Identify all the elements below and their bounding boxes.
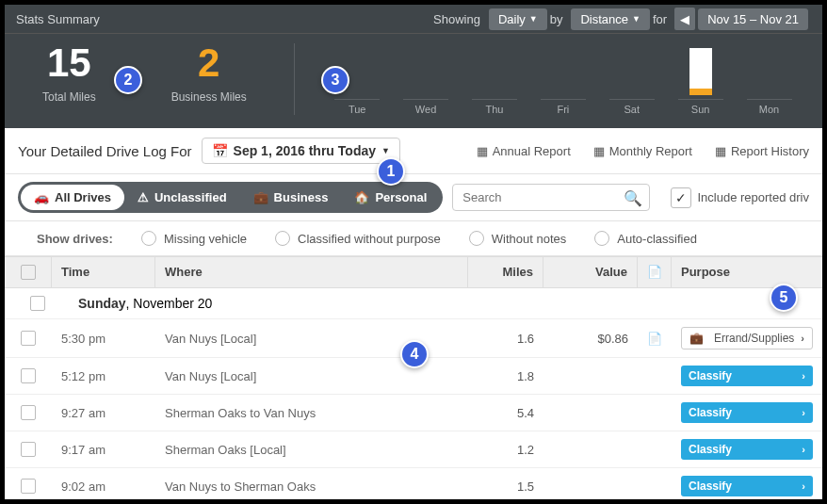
search-input[interactable] [452, 184, 650, 211]
callout-badge: 2 [114, 66, 142, 94]
monthly-report-link[interactable]: ▦Monthly Report [593, 144, 692, 158]
briefcase-icon: 💼 [689, 332, 704, 345]
car-icon: 🚗 [34, 190, 49, 204]
filter-row: 🚗All Drives ⚠Unclassified 💼Business 🏠Per… [5, 174, 822, 221]
warning-icon: ⚠ [138, 190, 149, 204]
purpose-label: Errand/Supplies [714, 332, 794, 345]
row-value: $0.86 [543, 324, 638, 353]
date-range-select[interactable]: Nov 15 – Nov 21 [698, 8, 808, 30]
row-checkbox[interactable] [21, 442, 36, 457]
row-miles: 1.6 [468, 324, 543, 353]
classify-button[interactable]: Classify › [681, 366, 813, 386]
purpose-label: Classify [689, 480, 732, 493]
radio-icon [469, 231, 484, 246]
classify-button[interactable]: Classify › [681, 476, 813, 496]
tab-all-drives[interactable]: 🚗All Drives [21, 185, 124, 210]
calendar-icon: 📅 [212, 143, 228, 158]
row-time: 5:12 pm [52, 362, 155, 391]
home-icon: 🏠 [354, 190, 369, 204]
radio-icon [141, 231, 156, 246]
tab-business[interactable]: 💼Business [240, 185, 342, 210]
row-checkbox[interactable] [21, 368, 36, 383]
show-drives-filters: Show drives: Missing vehicle Classified … [5, 221, 822, 256]
classify-button[interactable]: Classify › [681, 439, 813, 460]
chart-day-label: Fri [541, 99, 586, 115]
row-doc-icon [638, 405, 672, 420]
search-icon: 🔍 [624, 189, 642, 207]
chart-day-label: Sun [678, 99, 723, 115]
report-history-link[interactable]: ▦Report History [715, 144, 809, 158]
detail-bar: Your Detailed Drive Log For 📅 Sep 1, 201… [5, 128, 822, 174]
chevron-right-icon: › [802, 480, 805, 492]
caret-down-icon: ▼ [381, 146, 390, 155]
row-doc-icon [638, 479, 672, 494]
chart-day-label: Sat [609, 99, 655, 115]
row-value [543, 405, 638, 420]
chart-bar [689, 48, 712, 95]
chart-day-col: Thu [472, 43, 517, 115]
caret-down-icon: ▼ [632, 14, 641, 24]
day-group-row: Sunday, November 20 [5, 288, 822, 319]
radio-icon [275, 231, 290, 246]
select-day-checkbox[interactable] [30, 296, 45, 311]
date-picker-text: Sep 1, 2016 thru Today [234, 143, 376, 158]
stats-title: Stats Summary [16, 12, 433, 26]
filter-classified-no-purpose[interactable]: Classified without purpose [275, 231, 441, 246]
select-all-checkbox[interactable] [21, 265, 36, 280]
row-doc-icon: 📄 [638, 324, 672, 353]
annual-report-link[interactable]: ▦Annual Report [477, 144, 571, 158]
chart-day-label: Tue [334, 99, 380, 115]
grid-icon: ▦ [593, 144, 605, 158]
callout-badge: 5 [770, 284, 798, 312]
filter-missing-vehicle[interactable]: Missing vehicle [141, 231, 247, 246]
row-checkbox[interactable] [21, 405, 36, 420]
include-reported-checkbox[interactable]: ✓ [671, 187, 691, 208]
show-drives-label: Show drives: [37, 232, 113, 246]
header-where[interactable]: Where [155, 257, 468, 287]
include-reported-label: Include reported driv [697, 190, 809, 204]
header-purpose[interactable]: Purpose [672, 257, 822, 287]
briefcase-icon: 💼 [253, 190, 268, 204]
app-window: Stats Summary Showing Daily▼ by Distance… [5, 5, 822, 499]
include-reported-toggle: ✓ Include reported driv [671, 187, 809, 208]
table-row: 9:02 am Van Nuys to Sherman Oaks 1.5 Cla… [5, 468, 822, 499]
date-picker[interactable]: 📅 Sep 1, 2016 thru Today ▼ [202, 138, 400, 164]
radio-icon [594, 231, 609, 246]
chart-day-col: Sat [609, 43, 655, 115]
prev-range-button[interactable]: ◀ [674, 8, 695, 30]
row-time: 9:02 am [52, 472, 155, 500]
detail-label: Your Detailed Drive Log For [18, 143, 192, 159]
row-value [543, 442, 638, 457]
callout-badge: 1 [377, 157, 405, 186]
chart-day-label: Mon [747, 99, 792, 115]
row-value [543, 368, 638, 383]
row-where: Sherman Oaks [Local] [155, 435, 468, 464]
row-where: Sherman Oaks to Van Nuys [155, 398, 468, 428]
for-label: for [653, 12, 667, 26]
header-time[interactable]: Time [52, 257, 155, 287]
row-time: 5:30 pm [52, 324, 155, 353]
callout-badge: 4 [400, 340, 429, 368]
metric-select[interactable]: Distance▼ [571, 8, 650, 30]
chart-day-label: Wed [403, 99, 448, 115]
header-value[interactable]: Value [543, 257, 638, 287]
purpose-tag[interactable]: 💼 Errand/Supplies › [681, 327, 813, 350]
day-group-label: Sunday, November 20 [78, 296, 212, 311]
filter-without-notes[interactable]: Without notes [469, 231, 567, 246]
stats-header-bar: Stats Summary Showing Daily▼ by Distance… [5, 5, 822, 33]
row-checkbox[interactable] [21, 479, 36, 494]
total-miles-value: 15 [42, 43, 96, 83]
row-doc-icon [638, 442, 672, 457]
classify-button[interactable]: Classify › [681, 402, 813, 423]
tab-personal[interactable]: 🏠Personal [341, 185, 440, 210]
showing-label: Showing [433, 12, 480, 26]
row-miles: 1.2 [468, 435, 543, 464]
tab-unclassified[interactable]: ⚠Unclassified [124, 185, 240, 210]
period-select[interactable]: Daily▼ [489, 8, 547, 30]
caret-down-icon: ▼ [529, 14, 538, 24]
filter-auto-classified[interactable]: Auto-classified [594, 231, 697, 246]
row-checkbox[interactable] [21, 331, 36, 346]
header-miles[interactable]: Miles [468, 257, 543, 287]
purpose-label: Classify [689, 369, 732, 382]
business-miles-label: Business Miles [171, 90, 247, 104]
